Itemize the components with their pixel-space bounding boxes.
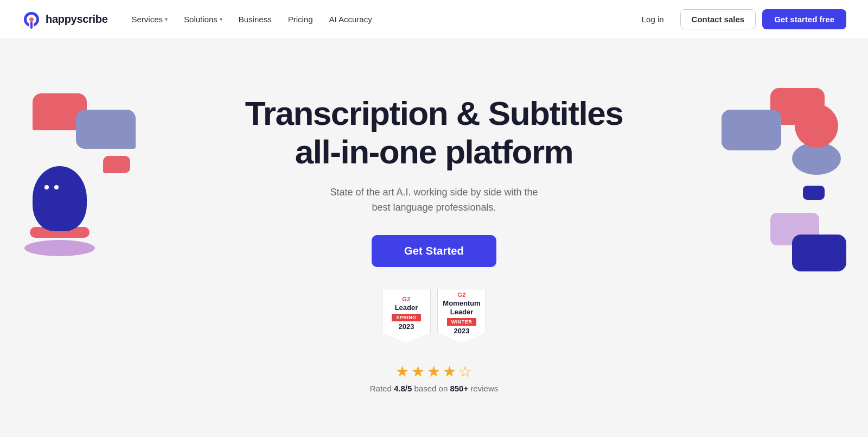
g2-label-2: G2 xyxy=(457,292,466,298)
solutions-chevron-icon: ▾ xyxy=(220,16,222,22)
character-blob-left xyxy=(33,166,95,256)
rating-score: 4.8/5 xyxy=(394,384,412,393)
contact-sales-button[interactable]: Contact sales xyxy=(680,9,756,29)
char-scarf xyxy=(30,227,90,238)
star-half: ☆ xyxy=(458,363,472,381)
char-face-left xyxy=(44,185,59,189)
nav-links: Services ▾ Solutions ▾ Business Pricing … xyxy=(125,10,632,28)
get-started-hero-button[interactable]: Get Started xyxy=(372,235,496,267)
speech-bubble-purple-right xyxy=(722,110,781,150)
speech-bubble-red-right xyxy=(770,88,825,125)
char-eye-left-2 xyxy=(54,185,59,189)
hero-title: Transcription & Subtitles all-in-one pla… xyxy=(222,94,646,172)
badge-momentum-season: WINTER xyxy=(447,318,477,326)
hero-subtitle: State of the art A.I. working side by si… xyxy=(320,185,548,216)
speech-bubble-dark-right xyxy=(803,186,825,200)
speech-bubble-purple-left xyxy=(76,110,136,149)
right-illustration xyxy=(716,72,868,300)
nav-pricing[interactable]: Pricing xyxy=(282,10,320,28)
nav-business[interactable]: Business xyxy=(232,10,278,28)
badge-momentum-year: 2023 xyxy=(454,327,470,335)
nav-ai-accuracy[interactable]: AI Accuracy xyxy=(323,10,379,28)
rating-section: ★ ★ ★ ★ ☆ Rated 4.8/5 based on 850+ revi… xyxy=(370,363,498,393)
badge-leader-year: 2023 xyxy=(399,322,414,331)
char-head-right xyxy=(795,104,838,148)
char-body-right xyxy=(792,142,841,175)
nav-right: Log in Contact sales Get started free xyxy=(632,9,846,29)
char-base xyxy=(24,240,95,256)
awards-badges: G2 Leader SPRING 2023 G2 Momentum Leader… xyxy=(382,289,486,343)
nav-services[interactable]: Services ▾ xyxy=(125,10,175,28)
login-button[interactable]: Log in xyxy=(632,10,674,29)
services-chevron-icon: ▾ xyxy=(165,16,168,22)
badge-momentum-title: Momentum Leader xyxy=(442,299,481,316)
star-3: ★ xyxy=(427,363,441,381)
char-head-eye-2 xyxy=(815,121,819,124)
character-head-right xyxy=(795,104,841,175)
star-2: ★ xyxy=(411,363,425,381)
char-head-face xyxy=(805,121,819,124)
logo-icon xyxy=(22,10,41,29)
speech-bubble-navy-right xyxy=(792,235,846,271)
speech-bubble-small-red-left xyxy=(103,156,130,173)
char-eye-left-1 xyxy=(44,185,49,189)
logo-link[interactable]: happyscribe xyxy=(22,10,108,29)
g2-momentum-badge: G2 Momentum Leader WINTER 2023 xyxy=(437,289,486,343)
logo-text: happyscribe xyxy=(46,13,108,26)
star-1: ★ xyxy=(395,363,409,381)
char-head-eye-1 xyxy=(805,121,808,124)
speech-bubble-red-left xyxy=(33,93,87,130)
star-4: ★ xyxy=(443,363,456,381)
speech-bubble-lavender-right xyxy=(770,213,819,245)
char-body-left xyxy=(33,166,87,231)
g2-leader-badge: G2 Leader SPRING 2023 xyxy=(382,289,431,343)
hero-section: Transcription & Subtitles all-in-one pla… xyxy=(0,39,868,437)
left-illustration xyxy=(0,72,152,300)
nav-solutions[interactable]: Solutions ▾ xyxy=(177,10,229,28)
badge-leader-title: Leader xyxy=(395,303,418,312)
badge-leader-season: SPRING xyxy=(392,314,421,321)
get-started-nav-button[interactable]: Get started free xyxy=(762,9,846,29)
star-rating: ★ ★ ★ ★ ☆ xyxy=(395,363,472,381)
rating-text: Rated 4.8/5 based on 850+ reviews xyxy=(370,384,498,393)
g2-label-1: G2 xyxy=(402,296,411,302)
navbar: happyscribe Services ▾ Solutions ▾ Busin… xyxy=(0,0,868,39)
rating-reviews: 850+ xyxy=(450,384,468,393)
